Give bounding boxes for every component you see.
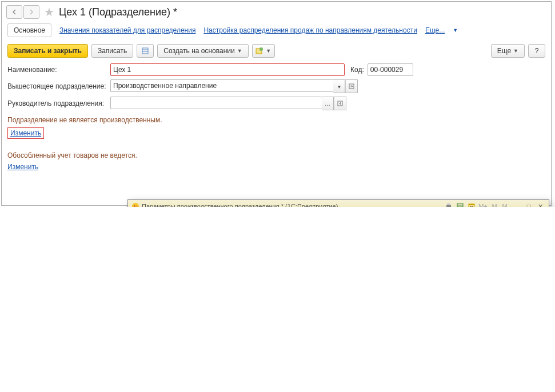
manager-open-button[interactable] <box>334 97 346 110</box>
favorite-star-icon[interactable]: ★ <box>44 5 54 19</box>
svg-rect-15 <box>469 204 474 205</box>
tab-more-link[interactable]: Еще... <box>425 26 445 34</box>
separate-accounting-note: Обособленный учет товаров не ведется. <box>7 151 545 159</box>
name-label: Наименование: <box>7 66 110 74</box>
parent-label: Вышестоящее подразделение: <box>7 82 110 90</box>
minimize-button[interactable]: — <box>512 202 522 207</box>
tab-sales-config-link[interactable]: Настройка распределения продаж по направ… <box>203 26 417 34</box>
chevron-down-icon: ▼ <box>266 48 271 54</box>
name-input[interactable] <box>110 63 345 76</box>
change-accounting-link[interactable]: Изменить <box>7 163 38 171</box>
manager-select-button[interactable]: … <box>322 97 334 110</box>
table-icon[interactable] <box>455 202 465 207</box>
svg-text:1c: 1c <box>133 205 138 207</box>
list-view-button[interactable] <box>137 44 154 58</box>
header: ★ Цех 1 (Подразделение) * <box>2 2 551 20</box>
change-production-link[interactable]: Изменить <box>10 129 41 137</box>
app-1c-icon: 1c <box>131 202 139 207</box>
create-based-on-button[interactable]: Создать на основании▼ <box>157 44 248 58</box>
maximize-button[interactable]: □ <box>524 202 534 207</box>
dialog-titlebar[interactable]: 1c Параметры производственного подраздел… <box>128 200 549 207</box>
svg-rect-10 <box>447 203 450 205</box>
form-body: Наименование: Код: Вышестоящее подраздел… <box>2 63 551 171</box>
svg-rect-0 <box>142 48 148 54</box>
attachments-button[interactable]: ▼ <box>252 44 275 58</box>
section-tabs: Основное Значения показателей для распре… <box>2 20 551 42</box>
more-button[interactable]: Еще▼ <box>491 44 525 58</box>
parent-open-button[interactable] <box>345 79 358 93</box>
code-label: Код: <box>350 66 364 74</box>
code-input <box>368 63 413 76</box>
svg-rect-9 <box>446 205 451 207</box>
parent-input[interactable] <box>110 79 333 92</box>
manager-input[interactable] <box>110 97 322 109</box>
page-title: Цех 1 (Подразделение) * <box>59 6 177 18</box>
chevron-down-icon: ▼ <box>513 48 518 54</box>
nav-forward-button[interactable] <box>23 5 39 19</box>
chevron-down-icon[interactable]: ▼ <box>453 27 458 33</box>
manager-label: Руководитель подразделения: <box>7 99 110 107</box>
parent-dropdown-button[interactable]: ▾ <box>333 79 345 93</box>
main-window: ★ Цех 1 (Подразделение) * Основное Значе… <box>1 1 552 206</box>
production-params-dialog: 1c Параметры производственного подраздел… <box>127 199 549 207</box>
m-minus-icon: M- <box>501 202 511 207</box>
m-plus-icon: M+ <box>478 202 488 207</box>
save-and-close-button[interactable]: Записать и закрыть <box>7 44 88 58</box>
save-button[interactable]: Записать <box>91 44 133 58</box>
svg-point-4 <box>259 47 263 51</box>
dialog-caption: Параметры производственного подразделени… <box>142 203 338 207</box>
close-button[interactable]: ✕ <box>535 202 545 207</box>
calendar-icon[interactable]: 31 <box>466 202 477 207</box>
tab-values-link[interactable]: Значения показателей для распределения <box>59 26 195 34</box>
toolbar: Записать и закрыть Записать Создать на о… <box>2 42 551 63</box>
m-icon: M <box>489 202 500 207</box>
help-button[interactable]: ? <box>528 44 545 58</box>
print-icon[interactable] <box>444 202 454 207</box>
chevron-down-icon: ▼ <box>237 48 242 54</box>
tab-main[interactable]: Основное <box>7 23 51 37</box>
svg-text:31: 31 <box>470 206 474 207</box>
nav-back-button[interactable] <box>6 5 22 19</box>
production-note: Подразделение не является производственн… <box>7 116 545 124</box>
